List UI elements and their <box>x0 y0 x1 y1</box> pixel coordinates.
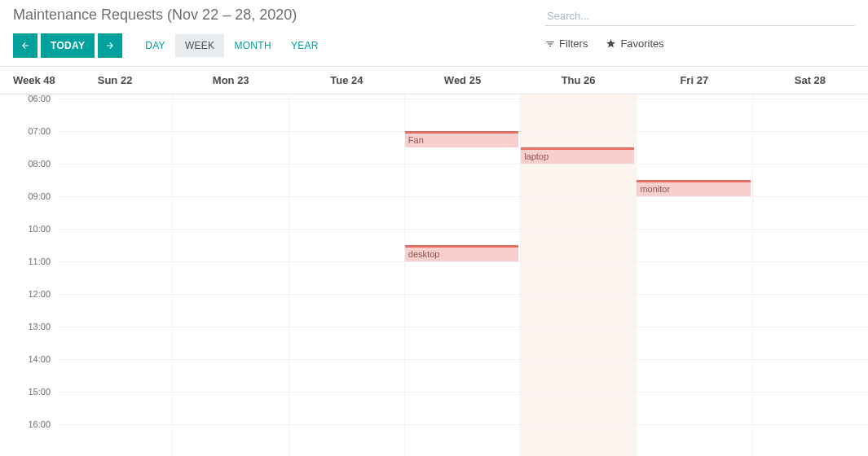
day-column[interactable]: monitor <box>636 94 751 456</box>
today-button[interactable]: TODAY <box>41 33 95 58</box>
day-column[interactable]: Fandesktop <box>404 94 520 456</box>
filters-label: Filters <box>559 37 588 50</box>
day-header: Fri 27 <box>637 74 752 86</box>
day-header: Mon 23 <box>173 74 289 86</box>
time-label: 10:00 <box>28 224 51 234</box>
day-column[interactable] <box>172 94 288 456</box>
calendar-event[interactable]: desktop <box>405 245 518 261</box>
tab-day[interactable]: DAY <box>135 34 175 57</box>
page-title: Maintenance Requests (Nov 22 – 28, 2020) <box>13 7 545 24</box>
favorites-label: Favorites <box>620 37 663 50</box>
day-header: Sun 22 <box>57 74 173 86</box>
next-button[interactable] <box>98 33 122 58</box>
tab-year[interactable]: YEAR <box>281 34 328 57</box>
time-label: 11:00 <box>28 256 51 266</box>
tab-week[interactable]: WEEK <box>175 34 225 57</box>
day-column[interactable] <box>57 94 172 456</box>
filters-button[interactable]: Filters <box>545 37 588 50</box>
time-label: 09:00 <box>28 191 51 201</box>
calendar-event[interactable]: monitor <box>637 180 750 196</box>
time-label: 13:00 <box>28 322 51 331</box>
day-header: Tue 24 <box>289 74 404 86</box>
tab-month[interactable]: MONTH <box>224 34 281 57</box>
time-label: 08:00 <box>28 159 51 169</box>
time-label: 07:00 <box>28 126 51 136</box>
favorites-button[interactable]: Favorites <box>606 37 663 50</box>
arrow-right-icon <box>105 41 115 50</box>
time-label: 16:00 <box>28 419 51 429</box>
time-label: 15:00 <box>28 387 51 397</box>
time-label: 06:00 <box>28 94 51 103</box>
search-input[interactable] <box>545 7 855 26</box>
star-icon <box>606 38 616 49</box>
day-header: Wed 25 <box>404 74 520 86</box>
calendar-event[interactable]: laptop <box>521 147 634 164</box>
day-column[interactable] <box>752 94 868 456</box>
arrow-left-icon <box>20 41 30 50</box>
prev-button[interactable] <box>13 33 37 58</box>
day-column[interactable] <box>289 94 404 456</box>
time-label: 12:00 <box>28 289 51 299</box>
calendar-header: Week 48 Sun 22 Mon 23 Tue 24 Wed 25 Thu … <box>0 67 868 94</box>
calendar-body[interactable]: 06:0007:0008:0009:0010:0011:0012:0013:00… <box>0 94 868 456</box>
funnel-icon <box>545 39 555 49</box>
time-label: 14:00 <box>28 354 51 364</box>
week-label: Week 48 <box>0 74 57 86</box>
day-header: Sat 28 <box>752 74 868 86</box>
day-column[interactable]: laptop <box>520 94 636 456</box>
calendar-event[interactable]: Fan <box>405 131 518 147</box>
day-header: Thu 26 <box>521 74 637 86</box>
